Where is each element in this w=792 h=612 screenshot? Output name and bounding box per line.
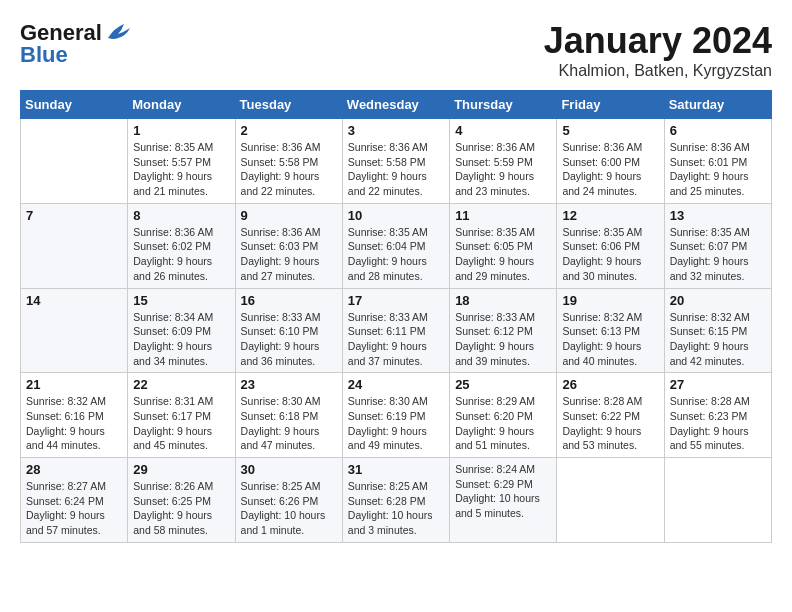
col-tuesday: Tuesday <box>235 91 342 119</box>
col-thursday: Thursday <box>450 91 557 119</box>
table-cell: 18Sunrise: 8:33 AMSunset: 6:12 PMDayligh… <box>450 288 557 373</box>
logo: General Blue <box>20 20 132 68</box>
title-block: January 2024 Khalmion, Batken, Kyrgyzsta… <box>544 20 772 80</box>
table-cell: 10Sunrise: 8:35 AMSunset: 6:04 PMDayligh… <box>342 203 449 288</box>
col-wednesday: Wednesday <box>342 91 449 119</box>
table-cell: 26Sunrise: 8:28 AMSunset: 6:22 PMDayligh… <box>557 373 664 458</box>
table-cell <box>664 458 771 543</box>
table-cell: 31Sunrise: 8:25 AMSunset: 6:28 PMDayligh… <box>342 458 449 543</box>
location-title: Khalmion, Batken, Kyrgyzstan <box>544 62 772 80</box>
table-cell: 15Sunrise: 8:34 AMSunset: 6:09 PMDayligh… <box>128 288 235 373</box>
table-cell: Sunrise: 8:24 AMSunset: 6:29 PMDaylight:… <box>450 458 557 543</box>
table-cell: 9Sunrise: 8:36 AMSunset: 6:03 PMDaylight… <box>235 203 342 288</box>
col-sunday: Sunday <box>21 91 128 119</box>
table-cell: 2Sunrise: 8:36 AMSunset: 5:58 PMDaylight… <box>235 119 342 204</box>
month-title: January 2024 <box>544 20 772 62</box>
table-cell <box>21 119 128 204</box>
table-cell: 22Sunrise: 8:31 AMSunset: 6:17 PMDayligh… <box>128 373 235 458</box>
table-cell: 4Sunrise: 8:36 AMSunset: 5:59 PMDaylight… <box>450 119 557 204</box>
table-cell: 29Sunrise: 8:26 AMSunset: 6:25 PMDayligh… <box>128 458 235 543</box>
table-cell <box>557 458 664 543</box>
table-cell: 27Sunrise: 8:28 AMSunset: 6:23 PMDayligh… <box>664 373 771 458</box>
calendar-row-week5: 28Sunrise: 8:27 AMSunset: 6:24 PMDayligh… <box>21 458 772 543</box>
table-cell: 17Sunrise: 8:33 AMSunset: 6:11 PMDayligh… <box>342 288 449 373</box>
table-cell: 12Sunrise: 8:35 AMSunset: 6:06 PMDayligh… <box>557 203 664 288</box>
table-cell: 7 <box>21 203 128 288</box>
col-saturday: Saturday <box>664 91 771 119</box>
table-cell: 1Sunrise: 8:35 AMSunset: 5:57 PMDaylight… <box>128 119 235 204</box>
table-cell: 6Sunrise: 8:36 AMSunset: 6:01 PMDaylight… <box>664 119 771 204</box>
table-cell: 11Sunrise: 8:35 AMSunset: 6:05 PMDayligh… <box>450 203 557 288</box>
calendar-row-week3: 14 15Sunrise: 8:34 AMSunset: 6:09 PMDayl… <box>21 288 772 373</box>
table-cell: 25Sunrise: 8:29 AMSunset: 6:20 PMDayligh… <box>450 373 557 458</box>
page-header: General Blue January 2024 Khalmion, Batk… <box>20 20 772 80</box>
table-cell: 30Sunrise: 8:25 AMSunset: 6:26 PMDayligh… <box>235 458 342 543</box>
table-cell: 20Sunrise: 8:32 AMSunset: 6:15 PMDayligh… <box>664 288 771 373</box>
table-cell: 19Sunrise: 8:32 AMSunset: 6:13 PMDayligh… <box>557 288 664 373</box>
calendar-row-week4: 21Sunrise: 8:32 AMSunset: 6:16 PMDayligh… <box>21 373 772 458</box>
table-cell: 14 <box>21 288 128 373</box>
calendar-table: Sunday Monday Tuesday Wednesday Thursday… <box>20 90 772 543</box>
table-cell: 24Sunrise: 8:30 AMSunset: 6:19 PMDayligh… <box>342 373 449 458</box>
table-cell: 8Sunrise: 8:36 AMSunset: 6:02 PMDaylight… <box>128 203 235 288</box>
table-cell: 3Sunrise: 8:36 AMSunset: 5:58 PMDaylight… <box>342 119 449 204</box>
calendar-row-week2: 7 8Sunrise: 8:36 AMSunset: 6:02 PMDaylig… <box>21 203 772 288</box>
col-monday: Monday <box>128 91 235 119</box>
table-cell: 5Sunrise: 8:36 AMSunset: 6:00 PMDaylight… <box>557 119 664 204</box>
table-cell: 13Sunrise: 8:35 AMSunset: 6:07 PMDayligh… <box>664 203 771 288</box>
table-cell: 16Sunrise: 8:33 AMSunset: 6:10 PMDayligh… <box>235 288 342 373</box>
table-cell: 23Sunrise: 8:30 AMSunset: 6:18 PMDayligh… <box>235 373 342 458</box>
table-cell: 21Sunrise: 8:32 AMSunset: 6:16 PMDayligh… <box>21 373 128 458</box>
calendar-row-week1: 1Sunrise: 8:35 AMSunset: 5:57 PMDaylight… <box>21 119 772 204</box>
table-cell: 28Sunrise: 8:27 AMSunset: 6:24 PMDayligh… <box>21 458 128 543</box>
col-friday: Friday <box>557 91 664 119</box>
calendar-header-row: Sunday Monday Tuesday Wednesday Thursday… <box>21 91 772 119</box>
logo-bird-icon <box>104 20 132 42</box>
